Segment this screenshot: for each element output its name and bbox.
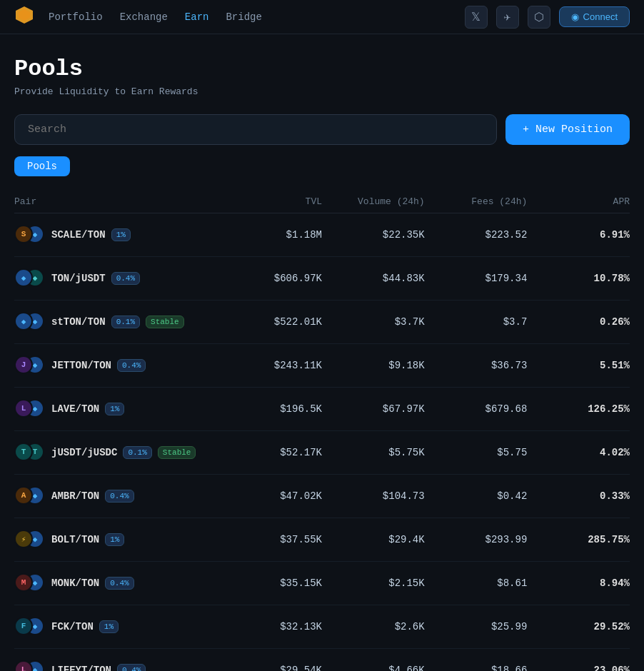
fees-value: $223.52 (425, 229, 528, 241)
apr-value: 23.06% (527, 665, 630, 671)
table-row[interactable]: F ◆ FCK/TON 1% $32.13K $2.6K $25.99 29.5… (14, 605, 630, 649)
table-row[interactable]: ◆ ◆ TON/jUSDT 0.4% $606.97K $44.83K $179… (14, 257, 630, 301)
tab-pools[interactable]: Pools (14, 156, 70, 176)
table-row[interactable]: L ◆ LIFEYT/TON 0.4% $29.54K $4.66K $18.6… (14, 649, 630, 671)
table-row[interactable]: A ◆ AMBR/TON 0.4% $47.02K $104.73 $0.42 … (14, 475, 630, 518)
apr-value: 29.52% (527, 621, 630, 632)
table-row[interactable]: ◆ ◆ stTON/TON 0.1% Stable $522.01K $3.7K… (14, 301, 630, 344)
icon-first: J (14, 355, 33, 374)
pair-name: SCALE/TON (51, 229, 106, 241)
fees-value: $3.7 (425, 316, 528, 328)
tvl-value: $196.5K (219, 403, 322, 415)
icon-first: ◆ (14, 268, 33, 287)
apr-value: 0.26% (527, 316, 630, 328)
telegram-icon[interactable]: ✈ (496, 6, 519, 29)
stable-badge: Stable (158, 446, 196, 459)
pair-icons: T T (14, 443, 46, 463)
apr-value: 5.51% (527, 360, 630, 371)
volume-value: $5.75K (322, 447, 425, 458)
pair-icons: L ◆ (14, 660, 46, 671)
tvl-value: $37.55K (219, 534, 322, 545)
twitter-icon[interactable]: 𝕏 (465, 6, 488, 29)
table-row[interactable]: L ◆ LAVE/TON 1% $196.5K $67.97K $679.68 … (14, 388, 630, 431)
volume-value: $104.73 (322, 490, 425, 502)
pair-name: stTON/TON (51, 316, 106, 328)
fees-value: $293.99 (425, 534, 528, 545)
stable-badge: Stable (146, 316, 184, 328)
fee-badge: 1% (99, 620, 119, 633)
pair-cell: ◆ ◆ stTON/TON 0.1% Stable (14, 312, 219, 332)
fee-badge: 0.4% (105, 490, 134, 503)
fee-badge: 0.4% (111, 272, 140, 285)
pair-icons: ⚡ ◆ (14, 530, 46, 550)
volume-value: $4.66K (322, 665, 425, 671)
table-row[interactable]: J ◆ JETTON/TON 0.4% $243.11K $9.18K $36.… (14, 344, 630, 388)
volume-value: $2.6K (322, 621, 425, 632)
tvl-value: $35.15K (219, 577, 322, 589)
pair-name: MONK/TON (51, 577, 99, 589)
pair-icons: L ◆ (14, 399, 46, 419)
volume-value: $22.35K (322, 229, 425, 241)
fees-value: $5.75 (425, 447, 528, 458)
fee-badge: 0.4% (117, 359, 146, 372)
nav-portfolio[interactable]: Portfolio (49, 11, 103, 23)
top-bar: + New Position (14, 114, 630, 145)
table-row[interactable]: ⚡ ◆ BOLT/TON 1% $37.55K $29.4K $293.99 2… (14, 518, 630, 562)
icon-first: ◆ (14, 312, 33, 331)
icon-first: L (14, 399, 33, 418)
pools-table: Pair TVL Volume (24h) Fees (24h) APR S ◆… (14, 191, 630, 671)
fee-badge: 1% (105, 533, 124, 546)
pair-icons: J ◆ (14, 355, 46, 375)
page-title: Pools (14, 56, 630, 82)
volume-value: $2.15K (322, 577, 425, 589)
apr-value: 0.33% (527, 490, 630, 502)
table-row[interactable]: M ◆ MONK/TON 0.4% $35.15K $2.15K $8.61 8… (14, 562, 630, 605)
icon-first: A (14, 486, 33, 505)
volume-value: $29.4K (322, 534, 425, 545)
apr-value: 8.94% (527, 577, 630, 589)
search-input[interactable] (14, 114, 497, 145)
table-row[interactable]: T T jUSDT/jUSDC 0.1% Stable $52.17K $5.7… (14, 431, 630, 475)
pair-name: BOLT/TON (51, 534, 99, 545)
tabs: Pools (14, 156, 630, 176)
pair-cell: S ◆ SCALE/TON 1% (14, 225, 219, 245)
table-row[interactable]: S ◆ SCALE/TON 1% $1.18M $22.35K $223.52 … (14, 213, 630, 257)
logo (14, 5, 34, 29)
pair-name: JETTON/TON (51, 360, 111, 371)
pair-name: LAVE/TON (51, 403, 99, 415)
discord-icon[interactable]: ⬡ (528, 6, 550, 29)
fee-badge: 1% (111, 228, 131, 241)
fee-badge: 0.1% (111, 316, 140, 328)
col-tvl: TVL (219, 196, 322, 207)
new-position-button[interactable]: + New Position (505, 114, 630, 145)
nav-exchange[interactable]: Exchange (120, 11, 168, 23)
icon-first: F (14, 617, 33, 635)
tvl-value: $1.18M (219, 229, 322, 241)
connect-button[interactable]: ◉ Connect (559, 6, 630, 27)
pair-name: TON/jUSDT (51, 273, 106, 284)
icon-first: S (14, 225, 33, 243)
pair-icons: F ◆ (14, 617, 46, 637)
pair-cell: F ◆ FCK/TON 1% (14, 617, 219, 637)
pair-cell: ⚡ ◆ BOLT/TON 1% (14, 530, 219, 550)
tvl-value: $606.97K (219, 273, 322, 284)
pair-icons: ◆ ◆ (14, 268, 46, 288)
fees-value: $18.66 (425, 665, 528, 671)
nav-earn[interactable]: Earn (185, 11, 209, 23)
apr-value: 126.25% (527, 403, 630, 415)
apr-value: 4.02% (527, 447, 630, 458)
pair-name: jUSDT/jUSDC (51, 447, 117, 458)
nav-bridge[interactable]: Bridge (226, 11, 261, 23)
col-pair: Pair (14, 196, 219, 207)
connect-icon: ◉ (571, 11, 579, 22)
pair-icons: ◆ ◆ (14, 312, 46, 332)
col-apr: APR (527, 196, 630, 207)
pair-cell: M ◆ MONK/TON 0.4% (14, 573, 219, 593)
col-volume: Volume (24h) (322, 196, 425, 207)
pair-icons: A ◆ (14, 486, 46, 506)
volume-value: $44.83K (322, 273, 425, 284)
volume-value: $67.97K (322, 403, 425, 415)
fees-value: $36.73 (425, 360, 528, 371)
navbar: Portfolio Exchange Earn Bridge 𝕏 ✈ ⬡ ◉ C… (0, 0, 644, 34)
col-fees: Fees (24h) (425, 196, 528, 207)
